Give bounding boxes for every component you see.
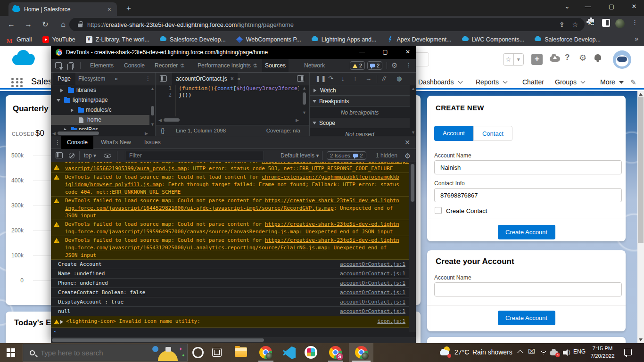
- console-source-link[interactable]: accountOrContact.js:1: [340, 288, 405, 297]
- drawer-tab-issues[interactable]: Issues: [139, 136, 166, 149]
- new-tab-button[interactable]: +: [123, 3, 135, 14]
- action-center-icon[interactable]: [624, 349, 632, 355]
- language-indicator[interactable]: ENG: [573, 348, 586, 355]
- scrollbar-up-arrow[interactable]: [639, 93, 643, 96]
- bookmarks-overflow-icon[interactable]: »: [635, 35, 638, 42]
- window-maximize-button[interactable]: ▢: [604, 0, 619, 14]
- drawer-menu-icon[interactable]: ⋮: [55, 139, 60, 146]
- start-button[interactable]: [7, 348, 15, 357]
- tree-item-libraries[interactable]: libraries: [51, 85, 149, 95]
- devtools-tab-performance-insights[interactable]: Performance insights⚗: [195, 59, 260, 72]
- live-expression-icon[interactable]: [104, 154, 111, 158]
- devtools-menu-icon[interactable]: ⋮: [406, 62, 412, 68]
- window-minimize-button[interactable]: —: [581, 0, 595, 14]
- weather-temp[interactable]: 27°C: [454, 348, 469, 356]
- weather-icon[interactable]: [440, 346, 453, 359]
- wifi-icon[interactable]: [539, 350, 548, 354]
- bookmark-item[interactable]: LWC Components...: [462, 36, 525, 43]
- weather-desc[interactable]: Rain showers: [472, 348, 512, 356]
- bookmark-item[interactable]: Lightning Apps and...: [312, 36, 377, 43]
- nav-item-more[interactable]: More: [600, 78, 624, 86]
- reload-icon[interactable]: ↻: [40, 19, 51, 30]
- create-account-button-2[interactable]: Create Account: [498, 311, 555, 325]
- sidebar-hscrollbar[interactable]: ◀ ▶: [51, 130, 149, 136]
- devtools-tab-recorder[interactable]: Recorder⚗: [152, 59, 187, 72]
- drawer-tab-console[interactable]: Console: [61, 136, 93, 149]
- onedrive-icon[interactable]: [550, 351, 558, 355]
- notification-bell-icon[interactable]: [594, 54, 601, 60]
- bookmark-item[interactable]: Z-Library. The worl...: [86, 36, 149, 43]
- editor-hscrollbar[interactable]: ◀ ▶: [156, 117, 301, 123]
- create-contact-checkbox[interactable]: [435, 207, 442, 214]
- sidebar-vscrollbar[interactable]: ▲ ▼: [149, 85, 156, 130]
- devtools-close-button[interactable]: ✕: [401, 46, 415, 59]
- debugger-vscrollbar[interactable]: ▲ ▼: [410, 85, 416, 136]
- tray-expand-icon[interactable]: [517, 350, 523, 356]
- drawer-close-icon[interactable]: ✕: [405, 136, 410, 149]
- device-toolbar-icon[interactable]: [69, 62, 74, 69]
- window-close-button[interactable]: ✕: [627, 0, 641, 14]
- vscode-icon[interactable]: [283, 346, 296, 359]
- editor-tabs-overflow[interactable]: »: [237, 73, 240, 85]
- browser-menu-icon[interactable]: ⋮: [632, 19, 638, 26]
- app-launcher-icon[interactable]: [11, 78, 24, 87]
- console-source-link[interactable]: accountOrContact.js:1: [340, 260, 405, 269]
- account-name-input-2[interactable]: [434, 282, 622, 296]
- context-selector[interactable]: top ▾: [84, 149, 96, 162]
- editor-vscrollbar[interactable]: ▲ ▼: [301, 86, 307, 116]
- sidebar-tabs-overflow[interactable]: »: [110, 73, 123, 85]
- sidebar-tab-filesystem[interactable]: Filesystem: [74, 73, 110, 85]
- user-avatar[interactable]: [613, 50, 631, 69]
- inspect-element-icon[interactable]: [55, 62, 62, 68]
- console-warning-row[interactable]: icon.js:1<lightning-icon> Invalid icon n…: [51, 316, 409, 328]
- tree-item-modules-c[interactable]: modules/c: [51, 105, 149, 115]
- nav-item-reports[interactable]: Reports: [476, 78, 507, 86]
- volume-icon[interactable]: [563, 351, 566, 354]
- warnings-badge[interactable]: 2: [350, 61, 365, 70]
- devtools-tab-elements[interactable]: Elements: [87, 59, 116, 72]
- toggle-debugger-icon[interactable]: [297, 75, 304, 82]
- lock-icon[interactable]: [78, 24, 83, 27]
- favorites-control[interactable]: ☆▾: [503, 53, 524, 66]
- step-out-icon[interactable]: ↑: [354, 75, 357, 82]
- editor-file-tab[interactable]: accountOrContact.js×: [172, 73, 238, 85]
- format-code-icon[interactable]: {}: [161, 125, 165, 136]
- extension-square-icon[interactable]: [602, 19, 610, 27]
- log-levels-dropdown[interactable]: Default levels ▾: [281, 149, 319, 162]
- setup-gear-icon[interactable]: ⚙: [579, 53, 586, 63]
- console-source-link[interactable]: accountOrContact.js:1: [340, 279, 405, 288]
- scope-section[interactable]: Scope: [310, 118, 410, 128]
- pen-icon[interactable]: ⌧: [528, 348, 535, 355]
- taskbar-chrome-salesforce-icon[interactable]: [329, 346, 342, 359]
- file-explorer-icon[interactable]: [235, 347, 247, 357]
- contact-info-input[interactable]: [434, 188, 622, 202]
- slack-icon[interactable]: [305, 346, 317, 359]
- page-scrollbar[interactable]: [637, 91, 644, 343]
- console-source-link[interactable]: accountOrContact.js:1: [340, 297, 405, 306]
- taskbar-opera-icon[interactable]: [192, 347, 204, 358]
- pause-on-exceptions-icon[interactable]: ◍: [396, 75, 402, 82]
- devtools-settings-icon[interactable]: ⚙: [391, 61, 397, 70]
- devtools-tab-network[interactable]: Network: [301, 59, 328, 72]
- tab-search-icon[interactable]: ⌄: [560, 0, 574, 14]
- share-icon[interactable]: ⇪: [559, 21, 565, 28]
- step-into-icon[interactable]: ↓: [341, 75, 345, 82]
- nav-item-chatter[interactable]: Chatter: [522, 78, 544, 86]
- devtools-maximize-button[interactable]: ▢: [378, 46, 392, 59]
- back-icon[interactable]: ←: [6, 19, 17, 30]
- step-icon[interactable]: →: [365, 75, 372, 82]
- devtools-tab-console[interactable]: Console: [121, 59, 148, 72]
- step-over-icon[interactable]: ↷: [328, 75, 333, 82]
- console-filter-input[interactable]: [125, 151, 264, 160]
- file-tab-close-icon[interactable]: ×: [231, 75, 234, 82]
- drawer-tab-whats-new[interactable]: What's New: [95, 136, 137, 149]
- browser-profile-avatar[interactable]: [615, 19, 625, 28]
- nav-item-dashboards[interactable]: Dashboards: [418, 78, 462, 86]
- tree-item-home[interactable]: home: [51, 115, 149, 125]
- console-hscrollbar[interactable]: [51, 337, 416, 343]
- bookmark-star-icon[interactable]: ☆: [572, 21, 578, 28]
- address-bar[interactable]: https://creative-shark-23te5i-dev-ed.lig…: [69, 18, 585, 31]
- account-tab-button[interactable]: Account: [434, 126, 473, 141]
- deactivate-breakpoints-icon[interactable]: //: [382, 75, 386, 82]
- scrollbar-down-arrow[interactable]: [639, 338, 643, 341]
